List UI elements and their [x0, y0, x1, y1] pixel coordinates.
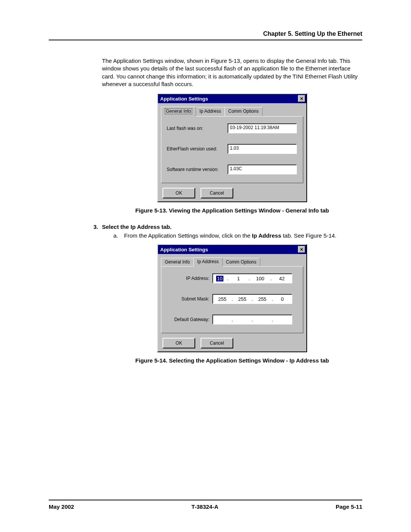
label-last-flash: Last flash was on:	[167, 126, 228, 131]
ip-octet-2[interactable]: 1	[232, 276, 245, 281]
close-icon[interactable]: ✕	[298, 246, 305, 253]
tab-general-info[interactable]: General Info	[161, 107, 196, 117]
default-gateway-input[interactable]: . . .	[212, 315, 292, 324]
tab-panel-ip: IP Address: 10 . 1 . 100 . 42	[161, 266, 303, 333]
label-subnet-mask: Subnet Mask:	[167, 296, 212, 302]
header-rule	[49, 40, 362, 40]
footer-pagenum: Page 5-11	[336, 503, 362, 510]
tab-label: Ip Address	[197, 259, 219, 264]
substep-text-a: From the Application Settings window, cl…	[124, 232, 336, 239]
ip-octet-1[interactable]: 10	[216, 276, 223, 281]
mask-octet-3[interactable]: 255	[256, 296, 269, 302]
field-last-flash: 03-19-2002 11:19:38AM	[228, 123, 297, 133]
close-icon[interactable]: ✕	[298, 95, 305, 102]
label-runtime-version: Software runtime version:	[167, 167, 228, 172]
chapter-header: Chapter 5. Setting Up the Ethernet	[49, 30, 362, 37]
cancel-button[interactable]: Cancel	[201, 188, 233, 198]
ip-address-input[interactable]: 10 . 1 . 100 . 42	[212, 273, 292, 283]
tab-ip-address[interactable]: Ip Address	[196, 107, 225, 116]
mask-octet-4[interactable]: 0	[276, 296, 289, 302]
tab-comm-options[interactable]: Comm Options	[222, 258, 260, 266]
cancel-button[interactable]: Cancel	[201, 338, 233, 348]
footer-docnum: T-38324-A	[191, 503, 218, 510]
tab-general-info[interactable]: General Info	[161, 258, 194, 266]
label-etherflash-version: EtherFlash version used:	[167, 146, 228, 152]
figure-5-14-caption: Figure 5-14. Selecting the Application S…	[102, 357, 362, 364]
ip-octet-3[interactable]: 100	[254, 276, 267, 281]
mask-octet-1[interactable]: 255	[216, 296, 229, 302]
label-default-gateway: Default Gateway:	[167, 317, 212, 322]
step-number-3: 3.	[49, 224, 98, 230]
substep-letter-a: a.	[113, 232, 119, 239]
titlebar[interactable]: Application Settings ✕	[158, 94, 306, 103]
label-ip-address: IP Address:	[167, 276, 212, 281]
dialog-title: Application Settings	[160, 96, 208, 102]
tab-panel-general: Last flash was on: 03-19-2002 11:19:38AM…	[161, 116, 303, 183]
field-runtime-version: 1.03C	[228, 165, 297, 174]
page-footer: May 2002 T-38324-A Page 5-11	[49, 500, 362, 510]
field-etherflash-version: 1.03	[228, 144, 297, 154]
ip-octet-4[interactable]: 42	[276, 276, 288, 281]
subnet-mask-input[interactable]: 255 . 255 . 255 . 0	[212, 294, 292, 304]
app-settings-dialog-ip: Application Settings ✕ General Info Ip A…	[157, 244, 307, 352]
ok-button[interactable]: OK	[162, 338, 195, 348]
footer-date: May 2002	[49, 503, 74, 510]
tab-label: General Info	[165, 108, 192, 114]
ok-button[interactable]: OK	[162, 188, 195, 198]
dialog-title: Application Settings	[160, 247, 208, 252]
titlebar[interactable]: Application Settings ✕	[158, 245, 306, 254]
tab-comm-options[interactable]: Comm Options	[225, 107, 263, 116]
mask-octet-2[interactable]: 255	[236, 296, 249, 302]
step-title-3: Select the Ip Address tab.	[102, 224, 172, 230]
app-settings-dialog-general: Application Settings ✕ General Info Ip A…	[157, 93, 307, 202]
intro-paragraph: The Application Settings window, shown i…	[102, 57, 362, 88]
figure-5-13-caption: Figure 5-13. Viewing the Application Set…	[102, 207, 362, 214]
tab-ip-address[interactable]: Ip Address	[193, 257, 223, 267]
